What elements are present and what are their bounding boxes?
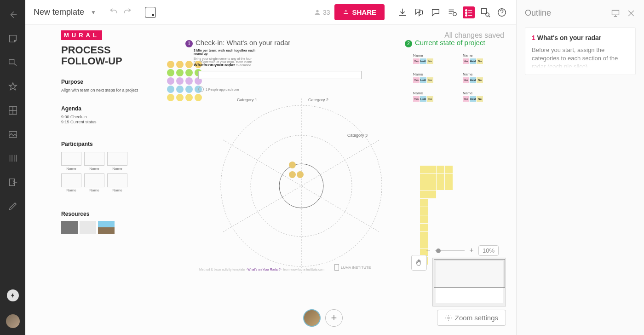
zoom-slider[interactable]: − + 10% — [425, 245, 499, 256]
template-info-panel: MURAL PROCESSFOLLOW-UP Purpose Align wit… — [61, 30, 142, 234]
redo-button[interactable] — [123, 8, 132, 17]
participant-label: Name — [61, 188, 81, 192]
agenda-heading: Agenda — [61, 105, 142, 112]
files-icon[interactable] — [7, 153, 18, 164]
power-icon[interactable] — [7, 289, 19, 301]
import-icon[interactable] — [7, 177, 18, 188]
state-card[interactable]: NameYesHeldNo — [463, 91, 509, 102]
comment-icon[interactable] — [430, 6, 442, 18]
image-icon[interactable] — [7, 129, 18, 140]
agenda-item-2: 9:15 Current status — [61, 120, 142, 124]
member-count-value: 33 — [323, 9, 330, 16]
participant-cards: Name Name Name Name Name Name — [61, 152, 142, 192]
purpose-text: Align with team on next steps for a proj… — [61, 88, 142, 93]
star-icon[interactable] — [7, 81, 18, 92]
state-card[interactable]: NameYesHeldNo — [413, 72, 459, 83]
participant-slot[interactable] — [84, 173, 104, 187]
member-count[interactable]: 33 — [314, 9, 330, 16]
state-title: Current state of project — [415, 39, 485, 46]
participant-slot[interactable] — [84, 152, 104, 166]
resource-thumb[interactable] — [80, 221, 96, 234]
draw-icon[interactable] — [7, 201, 18, 212]
luma-credit: LUMA INSTITUTE — [334, 264, 371, 271]
outline-title: Outline — [525, 8, 551, 18]
radar-chart[interactable] — [209, 94, 393, 278]
outline-item-title: What's on your radar — [537, 34, 601, 41]
zoom-out-button[interactable]: − — [425, 248, 431, 254]
outline-toggle-icon[interactable] — [463, 6, 475, 18]
resource-thumb[interactable] — [61, 221, 78, 234]
participant-slot[interactable] — [107, 173, 127, 187]
export-icon[interactable] — [397, 6, 408, 18]
section-2-heading: 2Current state of project — [405, 39, 485, 47]
add-collaborator-button[interactable]: + — [325, 309, 343, 327]
svg-rect-7 — [482, 8, 487, 13]
checkin-title: Check-in: What's on your radar — [196, 39, 290, 46]
participant-label: Name — [107, 167, 127, 171]
state-card[interactable]: NameYesHeldNo — [463, 72, 509, 83]
title-dropdown-icon[interactable]: ▼ — [91, 9, 96, 16]
radar-label: What's on your radar — [194, 63, 235, 67]
sticky-note-icon[interactable] — [7, 33, 18, 44]
left-toolbar — [0, 0, 25, 335]
back-icon[interactable] — [7, 9, 18, 20]
resource-thumb[interactable] — [98, 221, 115, 234]
participant-label: Name — [84, 167, 104, 171]
find-icon[interactable] — [479, 6, 491, 18]
zoom-settings-label: Zoom settings — [455, 314, 498, 322]
state-card[interactable]: NameYesHeldNo — [413, 53, 459, 64]
svg-point-5 — [466, 12, 467, 14]
zoom-settings-button[interactable]: Zoom settings — [437, 310, 506, 326]
svg-rect-0 — [9, 60, 14, 64]
undo-button[interactable] — [109, 8, 118, 17]
chat-icon[interactable] — [413, 6, 425, 18]
radar-text-input[interactable] — [198, 71, 362, 79]
zoom-knob[interactable] — [436, 248, 441, 253]
agenda-item-1: 9:00 Check-in — [61, 115, 142, 119]
mural-logo: MURAL — [61, 30, 102, 40]
dice-icon[interactable] — [145, 7, 156, 18]
participant-slot[interactable] — [61, 173, 81, 187]
activity-icon[interactable] — [446, 6, 458, 18]
state-card[interactable]: NameYesHeldNo — [463, 53, 509, 64]
participant-label: Name — [84, 188, 104, 192]
radar-legend: 1 People approach one — [198, 87, 239, 92]
zoom-in-button[interactable]: + — [468, 248, 475, 254]
outline-item-number: 1 — [532, 34, 535, 41]
method-credit: Method & base activity template · What's… — [199, 268, 324, 271]
collaborator-avatar[interactable] — [303, 309, 321, 327]
present-icon[interactable] — [611, 9, 620, 18]
outline-item[interactable]: 1What's on your radar Before you start, … — [525, 27, 636, 75]
minimap[interactable] — [432, 258, 506, 306]
zoom-track[interactable] — [435, 250, 465, 251]
user-avatar[interactable] — [6, 314, 20, 328]
frameworks-icon[interactable] — [7, 105, 18, 116]
svg-rect-17 — [612, 10, 619, 15]
participant-slot[interactable] — [61, 152, 81, 166]
section-1-heading: 1Check-in: What's on your radar — [185, 39, 290, 47]
canvas[interactable]: All changes saved MURAL PROCESSFOLLOW-UP… — [25, 25, 516, 335]
share-button[interactable]: SHARE — [334, 4, 385, 20]
step-badge-1: 1 — [185, 40, 193, 47]
participant-slot[interactable] — [107, 152, 127, 166]
purpose-heading: Purpose — [61, 79, 142, 85]
share-label: SHARE — [352, 8, 376, 16]
collaborator-bar: + — [303, 309, 343, 327]
mural-title[interactable]: New template — [34, 7, 84, 17]
step-badge-2: 2 — [405, 40, 412, 47]
hand-tool-button[interactable] — [411, 255, 427, 271]
minimap-viewport[interactable] — [434, 259, 505, 288]
template-heading-1: PROCESS — [61, 44, 111, 56]
resource-thumbs — [61, 221, 142, 234]
radar-dots[interactable] — [288, 161, 304, 180]
svg-point-8 — [486, 12, 489, 16]
svg-point-16 — [448, 317, 449, 319]
help-icon[interactable] — [496, 6, 508, 18]
svg-point-3 — [453, 12, 456, 16]
resources-heading: Resources — [61, 211, 142, 217]
close-icon[interactable] — [627, 9, 636, 18]
participants-heading: Participants — [61, 141, 142, 147]
state-card[interactable]: NameYesHeldNo — [413, 91, 459, 102]
shapes-icon[interactable] — [7, 57, 18, 68]
zoom-percent[interactable]: 10% — [478, 245, 499, 256]
